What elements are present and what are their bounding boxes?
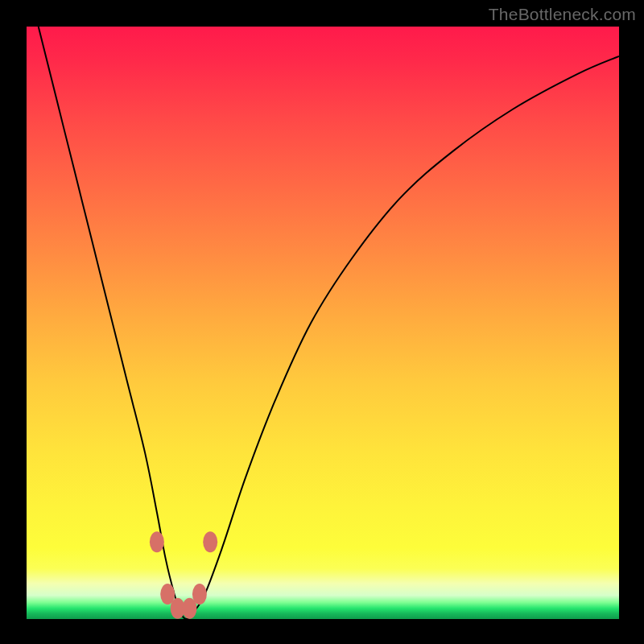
plot-area [27,27,619,619]
bottleneck-curve [39,27,619,619]
curve-marker [150,531,164,552]
watermark-text: TheBottleneck.com [489,5,636,24]
curve-marker [203,531,217,552]
curve-layer [27,27,619,619]
curve-marker [192,584,207,605]
outer-frame: TheBottleneck.com [0,0,644,644]
